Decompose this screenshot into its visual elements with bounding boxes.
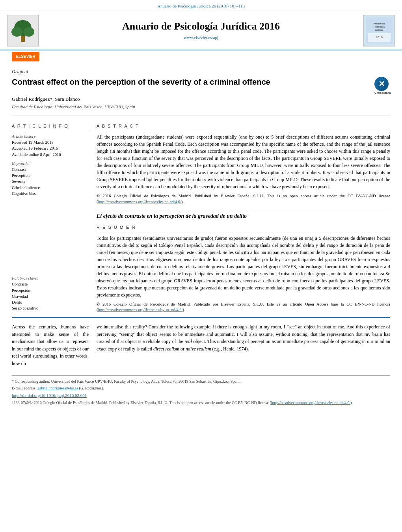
corresponding-text: * Corresponding author. Universidad del … [12, 379, 240, 384]
palabras-clave-label: Palabras clave: [12, 275, 89, 281]
article-history-group: Article history: Received 19 March 2015 … [12, 133, 89, 158]
svg-point-3 [23, 27, 34, 37]
keyword-4: Criminal offence [12, 185, 89, 191]
palabra-4: Delito [12, 299, 89, 305]
abstract-copyright: © 2016 Colegio Oficial de Psicólogos de … [97, 193, 390, 205]
copyright-link-es[interactable]: http://creativecommons.org/licencias/by-… [98, 308, 183, 312]
corresponding-author-note: * Corresponding author. Universidad del … [12, 379, 390, 385]
journal-title-area: Anuario de Psicología Jurídica 2016 www.… [43, 20, 359, 41]
bottom-copyright-link[interactable]: http://creativecommons.org/licenses/by-n… [271, 400, 350, 405]
article-info-abstract-section: A R T I C L E I N F O Article history: R… [12, 115, 390, 313]
affiliation: Facultad de Psicología, Universidad del … [12, 104, 390, 110]
body-right-col: we internalise this reality? Consider th… [97, 323, 390, 367]
keywords-group: Keywords: Contrast Perception Severity C… [12, 161, 89, 196]
received-date: Received 19 March 2015 [12, 139, 89, 145]
svg-text:2016: 2016 [376, 35, 383, 39]
article-info-column: A R T I C L E I N F O Article history: R… [12, 119, 89, 313]
article-type: Original [12, 69, 390, 75]
email-label: E-mail address: [12, 386, 36, 390]
body-left-text: Across the centuries, humans have attemp… [12, 323, 89, 367]
elsevier-logo-row: ELSEVIER [0, 50, 402, 61]
body-left-col: Across the centuries, humans have attemp… [12, 323, 89, 367]
palabra-5: Sesgo cognitivo [12, 305, 89, 311]
keyword-3: Severity [12, 178, 89, 184]
keyword-1: Contrast [12, 167, 89, 172]
elsevier-logo: ELSEVIER [12, 52, 39, 61]
email-row: E-mail address: gabriel.rodriguez@ehu.es… [12, 386, 390, 391]
abstract-column: A B S T R A C T All the participants (un… [97, 119, 390, 313]
email-link[interactable]: gabriel.rodriguez@ehu.es [37, 386, 78, 390]
doi-line: http://dx.doi.org/10.1016/j.apj.2016.02.… [12, 393, 390, 399]
abstract-text: All the participants (undergraduate stud… [97, 133, 390, 190]
palabra-2: Percepción [12, 287, 89, 293]
issn-text: 1133-0740/© 2016 Colegio Oficial de Psic… [12, 400, 271, 405]
keywords-label: Keywords: [12, 161, 89, 167]
copyright-suffix: ). [181, 200, 184, 204]
crossmark-badge: ✕ CrossMark [374, 77, 390, 93]
top-bar: Anuario de Psicología Jurídica 26 (2016)… [0, 0, 402, 11]
copyright-link[interactable]: http://creativecommons.org/licenses/by-n… [98, 200, 182, 204]
palabra-3: Gravedad [12, 293, 89, 299]
journal-header: Anuario de Psicología Jurídica 2016 www.… [0, 11, 402, 50]
email-suffix: (G. Rodríguez). [79, 386, 104, 390]
palabras-clave-group: Palabras clave: Contraste Percepción Gra… [12, 275, 89, 311]
doi-link[interactable]: http://dx.doi.org/10.1016/j.apj.2016.02.… [12, 393, 87, 398]
svg-text:Anuario de: Anuario de [373, 22, 385, 25]
accepted-date: Accepted 19 February 2016 [12, 145, 89, 151]
journal-logo-left [7, 15, 39, 46]
keyword-5: Cognitive bias [12, 191, 89, 196]
footnotes-section: * Corresponding author. Universidad del … [12, 375, 390, 406]
spanish-title: El efecto de contraste en la percepción … [97, 209, 390, 220]
authors-text: Gabriel Rodríguez*, Sara Blanco [12, 96, 80, 102]
body-right-text: we internalise this reality? Consider th… [97, 323, 390, 352]
available-date: Available online 8 April 2016 [12, 152, 89, 158]
article-info-label: A R T I C L E I N F O [12, 123, 89, 131]
resumen-text: Todos los participantes (estudiantes uni… [97, 235, 390, 298]
resumen-label: R E S U M E N [97, 224, 390, 232]
article-main: Original Contrast effect on the percepti… [0, 61, 402, 410]
svg-text:Jurídica: Jurídica [375, 29, 383, 31]
svg-point-2 [11, 27, 22, 37]
journal-website: www.elsevier.es/apj [43, 35, 359, 41]
palabra-1: Contraste [12, 281, 89, 287]
article-title: Contrast effect on the perception of the… [12, 77, 370, 87]
resumen-copyright: © 2016 Colegio Oficial de Psicólogos de … [97, 302, 390, 313]
bottom-copyright-close: ). [350, 400, 353, 405]
journal-title: Anuario de Psicología Jurídica 2016 [43, 20, 359, 32]
history-label: Article history: [12, 133, 89, 139]
svg-text:Psicología: Psicología [374, 26, 385, 28]
journal-logo-right: Anuario de Psicología Jurídica 2016 [363, 15, 395, 46]
body-section: Across the centuries, humans have attemp… [12, 317, 390, 367]
keyword-2: Perception [12, 172, 89, 178]
journal-link[interactable]: Anuario de Psicología Jurídica 26 (2016)… [157, 4, 245, 8]
copyright-es-suffix: ). [183, 308, 185, 312]
abstract-label: A B S T R A C T [97, 123, 390, 131]
crossmark-icon: ✕ [374, 77, 389, 91]
elsevier-label: ELSEVIER [16, 54, 35, 60]
bottom-copyright: 1133-0740/© 2016 Colegio Oficial de Psic… [12, 400, 390, 406]
authors: Gabriel Rodríguez*, Sara Blanco [12, 96, 390, 103]
article-title-row: Contrast effect on the perception of the… [12, 77, 390, 93]
